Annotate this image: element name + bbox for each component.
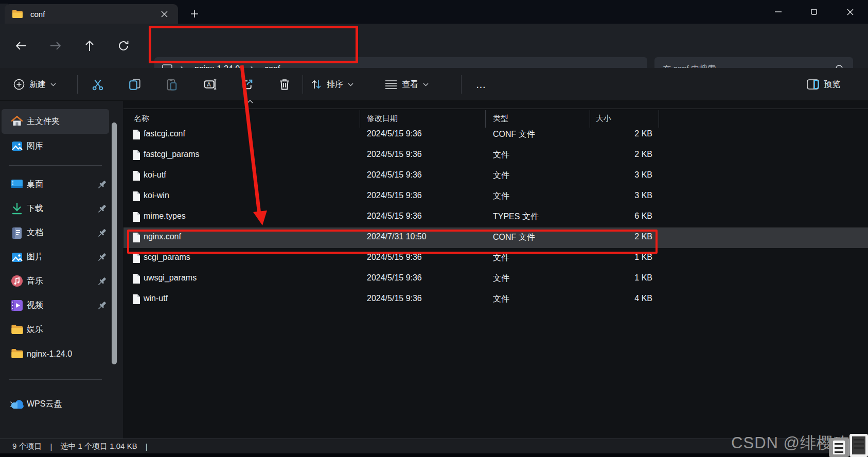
title-bar: conf: [0, 0, 868, 24]
file-row[interactable]: fastcgi_params 2024/5/15 9:36 文件 2 KB: [123, 145, 868, 166]
sidebar-item-label: 音乐: [27, 276, 43, 287]
forward-button[interactable]: [45, 35, 66, 57]
sidebar-item-music[interactable]: 音乐: [2, 269, 109, 293]
file-row[interactable]: win-utf 2024/5/15 9:36 文件 4 KB: [123, 289, 868, 310]
file-icon: [132, 129, 140, 140]
file-row[interactable]: mime.types 2024/5/15 9:36 TYPES 文件 6 KB: [123, 207, 868, 227]
tab-title: conf: [30, 10, 45, 19]
sidebar-item-documents[interactable]: 文档: [2, 221, 109, 245]
up-button[interactable]: [79, 35, 100, 57]
file-explorer-window: conf: [0, 0, 868, 457]
folder-icon: [11, 348, 24, 359]
refresh-button[interactable]: [113, 35, 134, 57]
sidebar-divider: [9, 379, 102, 380]
chevron-down-icon: [50, 83, 56, 86]
overlay-app-icon: [849, 434, 868, 457]
file-list-panel: 名称 修改日期 类型 大小 fastcgi.conf 2024/5/15 9:3…: [123, 101, 868, 438]
sidebar-item-downloads[interactable]: 下载: [2, 197, 109, 221]
new-button[interactable]: 新建: [13, 73, 56, 96]
sidebar-item-desktop[interactable]: 桌面: [2, 172, 109, 197]
copy-button[interactable]: [123, 73, 146, 96]
maximize-button[interactable]: [796, 0, 832, 24]
folder-icon: [11, 324, 24, 335]
sidebar-item-entertainment[interactable]: 娱乐: [2, 318, 109, 342]
folder-icon: [12, 9, 23, 19]
column-header-name[interactable]: 名称: [134, 114, 149, 124]
pin-icon: [97, 228, 107, 238]
pin-icon: [97, 276, 107, 287]
file-icon: [132, 273, 140, 284]
sidebar-item-label: 主文件夹: [27, 116, 60, 127]
sidebar-item-label: 桌面: [27, 179, 43, 190]
rename-button[interactable]: A: [199, 73, 222, 96]
file-icon: [132, 294, 140, 305]
tab-close-icon[interactable]: [157, 7, 171, 21]
preview-pane-icon: [807, 79, 819, 90]
paste-button[interactable]: [161, 73, 183, 96]
sort-button[interactable]: 排序: [311, 73, 353, 96]
sidebar-item-pictures[interactable]: 图片: [2, 245, 109, 269]
file-row[interactable]: scgi_params 2024/5/15 9:36 文件 1 KB: [123, 248, 868, 269]
file-row[interactable]: koi-utf 2024/5/15 9:36 文件 3 KB: [123, 166, 868, 186]
command-toolbar: 新建 A: [0, 68, 868, 101]
chevron-down-icon: [423, 83, 429, 86]
rename-icon: A: [204, 78, 217, 91]
file-icon: [132, 150, 140, 161]
close-window-button[interactable]: [832, 0, 868, 24]
file-row-selected[interactable]: nginx.conf 2024/7/31 10:50 CONF 文件 2 KB: [123, 227, 868, 248]
share-icon: [241, 78, 254, 91]
cut-button[interactable]: [86, 73, 109, 96]
download-icon: [11, 203, 23, 215]
column-header-date[interactable]: 修改日期: [367, 114, 398, 124]
sidebar-divider: [9, 165, 102, 166]
pictures-icon: [11, 251, 23, 263]
view-button[interactable]: 查看: [385, 73, 429, 96]
share-button[interactable]: [236, 73, 259, 96]
sidebar-item-home[interactable]: 主文件夹: [2, 109, 109, 134]
sidebar-item-label: 图库: [27, 141, 43, 152]
more-options-button[interactable]: …: [470, 73, 493, 96]
new-tab-button[interactable]: [186, 6, 203, 22]
sidebar-item-videos[interactable]: 视频: [2, 293, 109, 318]
sidebar-item-wps-cloud[interactable]: WPS云盘: [2, 392, 109, 416]
file-rows: fastcgi.conf 2024/5/15 9:36 CONF 文件 2 KB…: [123, 125, 868, 310]
sidebar-scrollbar[interactable]: [112, 122, 117, 364]
file-icon: [132, 232, 140, 243]
scissors-cut-icon: [92, 78, 104, 91]
sidebar-item-gallery[interactable]: 图库: [2, 134, 109, 159]
file-row[interactable]: koi-win 2024/5/15 9:36 文件 3 KB: [123, 186, 868, 207]
sort-ascending-caret-icon: [247, 100, 253, 103]
sidebar-item-label: 娱乐: [27, 324, 43, 335]
file-icon: [132, 191, 140, 202]
status-separator: |: [146, 442, 148, 451]
minimize-button[interactable]: [760, 0, 796, 24]
svg-text:A: A: [207, 81, 211, 87]
sidebar-item-label: 视频: [27, 300, 43, 311]
sidebar-item-label: 下载: [27, 203, 43, 214]
window-bottom-edge: [0, 453, 868, 457]
pin-icon: [97, 204, 107, 214]
preview-button[interactable]: 预览: [807, 73, 840, 96]
sort-button-label: 排序: [327, 79, 343, 90]
videos-icon: [11, 300, 23, 311]
delete-button[interactable]: [273, 73, 296, 96]
tab-conf[interactable]: conf: [5, 4, 178, 24]
pin-icon: [97, 180, 107, 190]
selection-summary: 选中 1 个项目 1.04 KB: [60, 442, 137, 451]
plus-circle-icon: [13, 79, 25, 90]
column-header-type[interactable]: 类型: [493, 114, 508, 124]
sort-arrows-icon: [311, 79, 322, 90]
view-lines-icon: [385, 80, 397, 89]
sidebar-item-nginx[interactable]: nginx-1.24.0: [2, 342, 109, 366]
paste-clipboard-icon: [166, 78, 178, 91]
column-header-size[interactable]: 大小: [596, 114, 611, 124]
desktop-icon: [11, 179, 23, 190]
item-count: 9 个项目: [12, 442, 42, 451]
file-row[interactable]: fastcgi.conf 2024/5/15 9:36 CONF 文件 2 KB: [123, 125, 868, 145]
file-icon: [132, 170, 140, 181]
chevron-down-icon: [348, 83, 353, 86]
back-button[interactable]: [10, 35, 32, 57]
sidebar-item-label: WPS云盘: [27, 399, 62, 410]
home-icon: [11, 115, 23, 128]
file-row[interactable]: uwsgi_params 2024/5/15 9:36 文件 1 KB: [123, 269, 868, 289]
